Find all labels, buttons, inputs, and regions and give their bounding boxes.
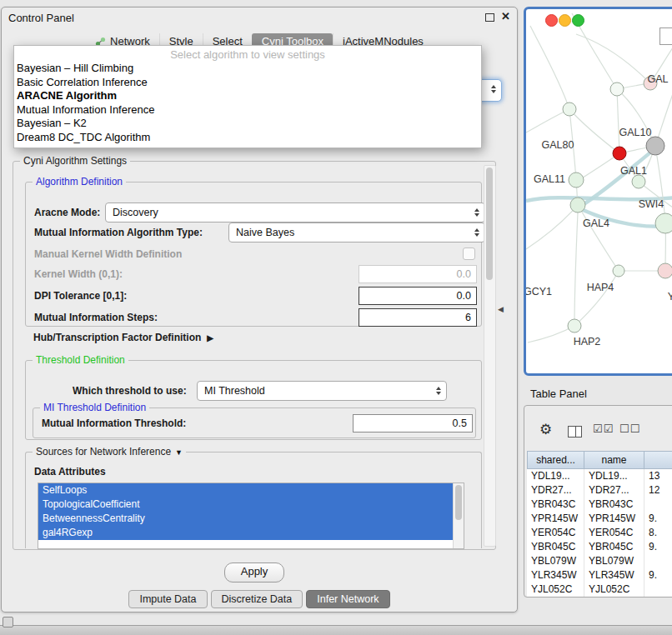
mi-steps-input[interactable]: 6 — [359, 308, 477, 327]
table-cell: YER054C — [584, 526, 644, 540]
which-threshold-value: MI Threshold — [204, 385, 265, 397]
network-node[interactable] — [569, 172, 584, 188]
desktop: Control Panel ✕ NetworkStyleSelectCyni T… — [0, 0, 672, 635]
attribute-item-gal4rgexp[interactable]: gal4RGexp — [38, 526, 454, 540]
network-node[interactable] — [613, 265, 624, 277]
apply-button[interactable]: Apply — [224, 562, 284, 582]
mac-close-icon[interactable] — [545, 14, 558, 27]
table-cell: YDL19... — [527, 469, 584, 483]
bottom-tab-impute-data[interactable]: Impute Data — [128, 590, 207, 608]
network-view-window: GALGAL80GAL10GAL11GAL1SWI4GAL4GCY1HAP4HA… — [524, 7, 672, 376]
table-cell: YJL052C — [584, 582, 644, 597]
settings-scrollbar[interactable] — [484, 165, 496, 547]
network-edge — [526, 109, 569, 132]
algorithm-option-dream8-dc-tdc-algorithm[interactable]: Dream8 DC_TDC Algorithm — [14, 131, 481, 145]
algorithm-option-basic-correlation-inference[interactable]: Basic Correlation Inference — [14, 76, 481, 90]
network-edge — [574, 212, 578, 326]
table-row[interactable]: YDL19...YDL19...13 — [527, 469, 672, 483]
attributes-scrollbar[interactable] — [453, 483, 464, 548]
node-label-gal: GAL — [647, 73, 668, 85]
table-row[interactable]: YPR145WYPR145W9. — [527, 512, 672, 526]
hub-definition-expander[interactable]: Hub/Transcription Factor Definition▶ — [33, 332, 213, 343]
attribute-item-betweennesscentrality[interactable]: BetweennessCentrality — [38, 512, 454, 526]
close-window-icon[interactable]: ✕ — [501, 10, 510, 22]
select-all-icon[interactable]: ☑☑ — [593, 422, 614, 435]
restore-window-icon[interactable] — [485, 13, 494, 22]
manual-kernel-width-label: Manual Kernel Width Definition — [34, 248, 182, 260]
collapse-down-icon: ▼ — [175, 448, 183, 457]
attribute-item-topologicalcoefficient[interactable]: TopologicalCoefficient — [38, 498, 454, 512]
table-cell: YBL079W — [584, 554, 644, 568]
dpi-tolerance-input[interactable]: 0.0 — [359, 287, 477, 305]
data-attributes-list: SelfLoopsTopologicalCoefficientBetweenne… — [38, 483, 464, 540]
table-cell: YLR345W — [584, 568, 644, 582]
settings-scrollbar-thumb[interactable] — [486, 168, 493, 280]
network-edge — [576, 34, 650, 83]
mac-minimize-icon[interactable] — [559, 14, 571, 27]
table-cell: YDR27... — [584, 483, 644, 498]
algorithm-option-bayesian-k2[interactable]: Bayesian – K2 — [14, 117, 481, 131]
mac-zoom-icon[interactable] — [572, 14, 584, 27]
column-header-extra[interactable] — [644, 451, 672, 469]
algorithm-option-aracne-algorithm[interactable]: ARACNE Algorithm — [14, 89, 481, 103]
table-cell: 9. — [644, 568, 672, 582]
spinner-arrows-icon — [436, 387, 441, 395]
node-label-gal10: GAL10 — [619, 127, 652, 138]
gear-icon[interactable]: ⚙ — [539, 421, 552, 438]
which-threshold-select[interactable]: MI Threshold — [197, 381, 447, 401]
table-row[interactable]: YBR043CYBR043C — [527, 498, 672, 512]
column-header-name[interactable]: name — [584, 451, 644, 469]
attribute-table: shared...name YDL19...YDL19...13YDR27...… — [527, 451, 672, 597]
network-node[interactable] — [610, 82, 624, 96]
columns-icon[interactable] — [568, 426, 582, 438]
network-graph[interactable]: GALGAL80GAL10GAL11GAL1SWI4GAL4GCY1HAP4HA… — [526, 9, 672, 368]
network-node[interactable] — [570, 198, 585, 212]
network-node[interactable] — [646, 137, 664, 155]
algorithm-option-bayesian-hill-climbing[interactable]: Bayesian – Hill Climbing — [14, 62, 481, 76]
bottom-tab-infer-network[interactable]: Infer Network — [306, 590, 389, 608]
network-node[interactable] — [632, 175, 645, 188]
algorithm-option-mutual-information-inference[interactable]: Mutual Information Inference — [14, 103, 481, 118]
table-cell: YBR043C — [527, 498, 584, 512]
sources-title[interactable]: Sources for Network Inference▼ — [33, 446, 186, 458]
network-node[interactable] — [563, 102, 576, 116]
node-label-gcy1: GCY1 — [526, 286, 552, 298]
columns-icon-split — [575, 427, 577, 437]
table-cell: YBL079W — [527, 554, 584, 568]
network-edge — [526, 205, 578, 249]
table-cell: YLR345W — [527, 568, 584, 582]
aracne-mode-select[interactable]: Discovery — [105, 202, 485, 222]
table-cell — [644, 554, 672, 568]
network-edge — [569, 109, 619, 153]
table-row[interactable]: YER054CYER054C8. — [527, 526, 672, 540]
column-header-shared[interactable]: shared... — [527, 451, 584, 469]
network-node[interactable] — [658, 263, 672, 278]
network-edge — [617, 89, 619, 153]
table-cell: YJL052C — [527, 582, 584, 597]
bottom-tab-discretize-data[interactable]: Discretize Data — [211, 590, 303, 608]
table-row[interactable]: YBR045CYBR045C9. — [527, 540, 672, 554]
network-node[interactable] — [655, 213, 672, 233]
network-node[interactable] — [568, 319, 581, 332]
network-node[interactable] — [613, 147, 626, 160]
attributes-scrollbar-thumb[interactable] — [455, 485, 462, 520]
table-row[interactable]: YLR345WYLR345W9. — [527, 568, 672, 582]
table-header-row: shared...name — [527, 451, 672, 469]
settings-group-title: Cyni Algorithm Settings — [20, 155, 130, 167]
expand-right-icon: ▶ — [207, 333, 213, 342]
table-row[interactable]: YBL079WYBL079W — [527, 554, 672, 568]
table-cell: 9. — [644, 540, 672, 554]
mi-algorithm-type-select[interactable]: Naive Bayes — [228, 222, 485, 242]
table-cell: YDL19... — [584, 469, 644, 483]
node-label-gal11: GAL11 — [534, 173, 565, 185]
minimized-panel-icon[interactable] — [3, 617, 13, 628]
mi-threshold-definition-group: MI Threshold Definition Mutual Informati… — [33, 408, 476, 438]
deselect-all-icon[interactable]: ☐☐ — [619, 422, 640, 435]
table-row[interactable]: YJL052CYJL052C — [527, 582, 672, 597]
attribute-item-selfloops[interactable]: SelfLoops — [38, 483, 454, 498]
panel-collapse-arrow-icon[interactable]: ◀ — [498, 305, 504, 313]
aracne-mode-label: Aracne Mode: — [34, 207, 100, 218]
network-toolbar-fragment — [659, 28, 672, 45]
table-row[interactable]: YDR27...YDR27...12 — [527, 483, 672, 498]
mi-threshold-input[interactable]: 0.5 — [353, 414, 473, 432]
